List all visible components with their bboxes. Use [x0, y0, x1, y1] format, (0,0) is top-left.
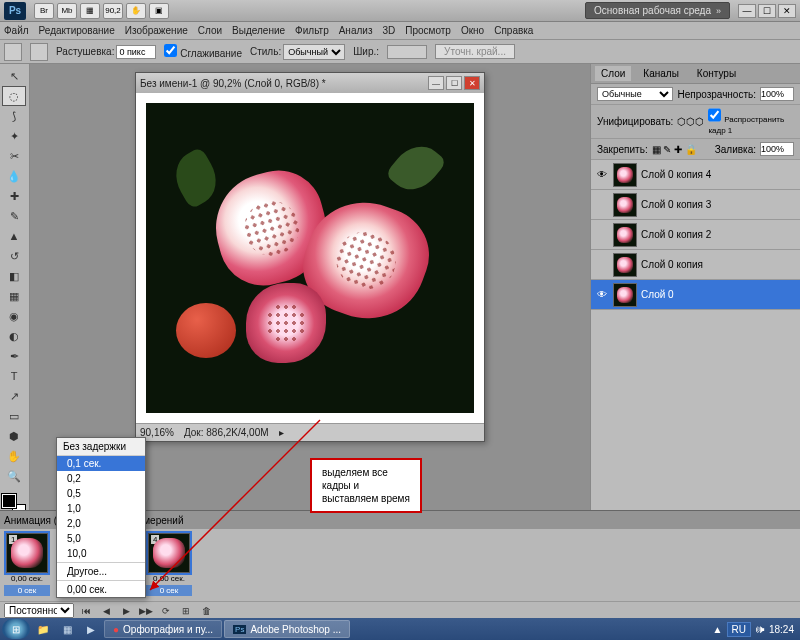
layer-row[interactable]: Слой 0 копия 2: [591, 220, 800, 250]
language-indicator[interactable]: RU: [727, 622, 751, 637]
loop-select[interactable]: Постоянно: [4, 603, 74, 618]
type-tool[interactable]: T: [2, 366, 26, 386]
maximize-button[interactable]: ☐: [758, 4, 776, 18]
minimize-button[interactable]: —: [738, 4, 756, 18]
menu-file[interactable]: Файл: [4, 25, 29, 36]
stamp-tool[interactable]: ▲: [2, 226, 26, 246]
document-titlebar[interactable]: Без имени-1 @ 90,2% (Слой 0, RGB/8) * — …: [136, 73, 484, 93]
close-button[interactable]: ✕: [778, 4, 796, 18]
layer-row[interactable]: Слой 0 копия: [591, 250, 800, 280]
workspace-switcher[interactable]: Основная рабочая среда »: [585, 2, 730, 19]
layer-row[interactable]: 👁 Слой 0: [591, 280, 800, 310]
dodge-tool[interactable]: ◐: [2, 326, 26, 346]
tween-button[interactable]: ⟳: [158, 604, 174, 618]
layer-name[interactable]: Слой 0 копия 2: [641, 229, 711, 240]
delay-option[interactable]: 10,0: [57, 546, 145, 561]
next-frame-button[interactable]: ▶▶: [138, 604, 154, 618]
lock-icons[interactable]: ▦ ✎ ✚ 🔒: [652, 144, 697, 155]
frame[interactable]: 1 0,00 сек. 0 сек: [4, 533, 50, 597]
move-tool[interactable]: ↖: [2, 66, 26, 86]
tool-preset-icon[interactable]: [4, 43, 22, 61]
delete-frame-button[interactable]: 🗑: [198, 604, 214, 618]
fill-input[interactable]: [760, 142, 794, 156]
zoom-tool[interactable]: 🔍: [2, 466, 26, 486]
pen-tool[interactable]: ✒: [2, 346, 26, 366]
tray-icon[interactable]: 🕪: [755, 624, 765, 635]
fg-color[interactable]: [2, 494, 16, 508]
bridge-icon[interactable]: Br: [34, 3, 54, 19]
menu-analysis[interactable]: Анализ: [339, 25, 373, 36]
layer-row[interactable]: 👁 Слой 0 копия 4: [591, 160, 800, 190]
layer-name[interactable]: Слой 0 копия 3: [641, 199, 711, 210]
visibility-icon[interactable]: 👁: [595, 288, 609, 302]
mb-icon[interactable]: Mb: [57, 3, 77, 19]
blend-mode-select[interactable]: Обычные: [597, 87, 673, 101]
path-tool[interactable]: ↗: [2, 386, 26, 406]
menu-3d[interactable]: 3D: [382, 25, 395, 36]
doc-minimize-button[interactable]: —: [428, 76, 444, 90]
menu-filter[interactable]: Фильтр: [295, 25, 329, 36]
feather-input[interactable]: [116, 45, 156, 59]
delay-option[interactable]: 5,0: [57, 531, 145, 546]
visibility-icon[interactable]: 👁: [595, 168, 609, 182]
delay-option[interactable]: 0,1 сек.: [57, 456, 145, 471]
doc-close-button[interactable]: ✕: [464, 76, 480, 90]
document-canvas[interactable]: [136, 93, 484, 423]
shape-tool[interactable]: ▭: [2, 406, 26, 426]
clock[interactable]: 18:24: [769, 624, 794, 635]
crop-tool[interactable]: ✂: [2, 146, 26, 166]
hand-icon[interactable]: ✋: [126, 3, 146, 19]
start-button[interactable]: ⊞: [2, 619, 30, 639]
delay-current[interactable]: 0,00 сек.: [57, 582, 145, 597]
visibility-icon[interactable]: [595, 258, 609, 272]
menu-edit[interactable]: Редактирование: [39, 25, 115, 36]
taskbar-task[interactable]: PsAdobe Photoshop ...: [224, 620, 350, 638]
taskbar-task[interactable]: ●Орфография и пу...: [104, 620, 222, 638]
layer-thumb[interactable]: [613, 193, 637, 217]
taskbar-explorer-icon[interactable]: 📁: [32, 620, 54, 638]
hand-tool[interactable]: ✋: [2, 446, 26, 466]
first-frame-button[interactable]: ⏮: [78, 604, 94, 618]
layer-name[interactable]: Слой 0 копия 4: [641, 169, 711, 180]
blur-tool[interactable]: ◉: [2, 306, 26, 326]
delay-option[interactable]: 2,0: [57, 516, 145, 531]
layer-name[interactable]: Слой 0 копия: [641, 259, 703, 270]
layer-row[interactable]: Слой 0 копия 3: [591, 190, 800, 220]
tab-channels[interactable]: Каналы: [637, 66, 685, 81]
opacity-input[interactable]: [760, 87, 794, 101]
delay-option-other[interactable]: Другое...: [57, 564, 145, 579]
refine-edge-button[interactable]: Уточн. край...: [435, 44, 515, 59]
gradient-tool[interactable]: ▦: [2, 286, 26, 306]
propagate-checkbox[interactable]: Распространить кадр 1: [708, 108, 794, 135]
menu-image[interactable]: Изображение: [125, 25, 188, 36]
view-extras-icon[interactable]: ▦: [80, 3, 100, 19]
visibility-icon[interactable]: [595, 198, 609, 212]
style-select[interactable]: Обычный: [283, 44, 345, 60]
play-button[interactable]: ▶: [118, 604, 134, 618]
delay-option[interactable]: 1,0: [57, 501, 145, 516]
eraser-tool[interactable]: ◧: [2, 266, 26, 286]
marquee-tool[interactable]: ◌: [2, 86, 26, 106]
eyedropper-tool[interactable]: 💧: [2, 166, 26, 186]
menu-layers[interactable]: Слои: [198, 25, 222, 36]
visibility-icon[interactable]: [595, 228, 609, 242]
3d-tool[interactable]: ⬢: [2, 426, 26, 446]
wand-tool[interactable]: ✦: [2, 126, 26, 146]
layer-thumb[interactable]: [613, 253, 637, 277]
layer-thumb[interactable]: [613, 223, 637, 247]
tab-layers[interactable]: Слои: [595, 66, 631, 81]
delay-option[interactable]: 0,2: [57, 471, 145, 486]
new-frame-button[interactable]: ⊞: [178, 604, 194, 618]
taskbar-media-icon[interactable]: ▶: [80, 620, 102, 638]
layer-thumb[interactable]: [613, 163, 637, 187]
brush-tool[interactable]: ✎: [2, 206, 26, 226]
screen-mode-icon[interactable]: ▣: [149, 3, 169, 19]
menu-view[interactable]: Просмотр: [405, 25, 451, 36]
tab-paths[interactable]: Контуры: [691, 66, 742, 81]
layer-thumb[interactable]: [613, 283, 637, 307]
menu-help[interactable]: Справка: [494, 25, 533, 36]
menu-window[interactable]: Окно: [461, 25, 484, 36]
zoom-display[interactable]: 90,2: [103, 3, 123, 19]
history-brush-tool[interactable]: ↺: [2, 246, 26, 266]
lasso-tool[interactable]: ⟆: [2, 106, 26, 126]
